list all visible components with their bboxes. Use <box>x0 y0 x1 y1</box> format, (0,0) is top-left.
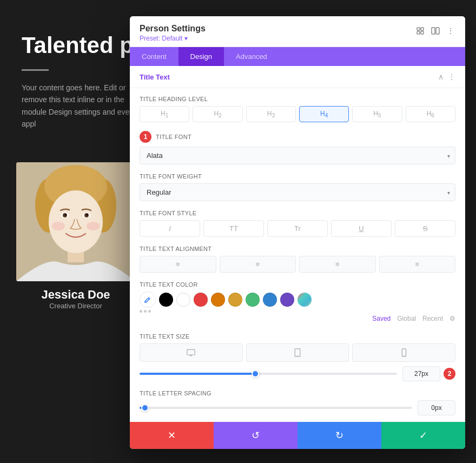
size-slider-thumb[interactable] <box>252 370 259 378</box>
size-slider-fill <box>140 373 255 375</box>
tab-design[interactable]: Design <box>178 47 224 66</box>
color-tab-saved[interactable]: Saved <box>372 315 391 322</box>
svg-rect-18 <box>417 31 420 34</box>
fullscreen-icon[interactable] <box>415 26 425 36</box>
align-buttons: ≡ ≡ ≡ ≡ <box>140 256 455 273</box>
color-black[interactable] <box>159 293 173 307</box>
bg-body-text: Your content goes here. Edit or remove t… <box>22 82 141 130</box>
svg-point-28 <box>297 355 298 356</box>
svg-rect-20 <box>432 28 435 34</box>
modal-title: Person Settings <box>140 24 206 34</box>
color-white[interactable] <box>176 293 190 307</box>
svg-rect-19 <box>421 31 424 34</box>
color-label: Title Text Color <box>140 281 455 288</box>
svg-point-7 <box>49 190 103 253</box>
style-strikethrough[interactable]: S <box>395 220 455 237</box>
alignment-row: Title Text Alignment ≡ ≡ ≡ ≡ <box>140 246 455 273</box>
size-slider-row: 2 <box>140 366 455 381</box>
person-role: Creative Director <box>16 302 135 310</box>
letter-spacing-row: Title Letter Spacing <box>140 390 455 415</box>
heading-h5[interactable]: H5 <box>352 106 402 122</box>
device-tablet[interactable] <box>246 343 349 362</box>
tab-content[interactable]: Content <box>130 47 178 66</box>
style-italic[interactable]: I <box>140 220 200 237</box>
font-style-label: Title Font Style <box>140 210 455 216</box>
color-gradient[interactable] <box>298 293 312 307</box>
undo-button[interactable]: ↺ <box>214 422 298 449</box>
section-title: Title Text <box>140 73 170 81</box>
modal: Person Settings Preset: Default ▾ ⋮ <box>130 16 465 449</box>
color-red[interactable] <box>194 293 208 307</box>
align-justify[interactable]: ≡ <box>379 256 456 273</box>
font-select-wrapper: Alata ▾ <box>140 147 455 164</box>
color-blue[interactable] <box>263 293 277 307</box>
heading-buttons: H1 H2 H3 H4 H5 H6 <box>140 106 455 122</box>
bg-divider <box>22 69 49 71</box>
font-weight-label: Title Font Weight <box>140 173 455 180</box>
align-right[interactable]: ≡ <box>299 256 376 273</box>
save-button[interactable]: ✓ <box>381 422 465 449</box>
size-value-wrapper: 2 <box>402 366 455 381</box>
svg-rect-16 <box>417 28 420 30</box>
modal-footer: ✕ ↺ ↻ ✓ <box>130 422 465 449</box>
svg-point-30 <box>404 355 404 356</box>
color-swatches <box>140 292 455 308</box>
text-size-label: Title Text Size <box>140 333 455 340</box>
heading-h1[interactable]: H1 <box>140 106 189 122</box>
font-row: 1 Title Font Alata ▾ <box>140 131 455 164</box>
color-orange[interactable] <box>211 293 225 307</box>
heading-level-row: Title Heading Level H1 H2 H3 H4 H5 H6 <box>140 96 455 122</box>
size-value-input[interactable] <box>402 366 440 381</box>
heading-level-label: Title Heading Level <box>140 96 455 102</box>
person-card: Jessica Doe Creative Director <box>16 162 135 310</box>
modal-tabs: Content Design Advanced <box>130 47 465 66</box>
svg-rect-21 <box>436 28 439 34</box>
section-actions: ∧ ⋮ <box>438 72 455 81</box>
color-tab-global[interactable]: Global <box>397 315 416 322</box>
color-purple[interactable] <box>280 293 294 307</box>
step-2-badge: 2 <box>444 368 455 380</box>
heading-h3[interactable]: H3 <box>246 106 296 122</box>
color-row: Title Text Color <box>140 281 455 325</box>
size-slider-track[interactable] <box>140 373 397 375</box>
color-settings-icon[interactable]: ⚙ <box>449 315 455 322</box>
font-weight-row: Title Font Weight Regular ▾ <box>140 173 455 201</box>
more-icon[interactable]: ⋮ <box>446 26 455 36</box>
heading-h6[interactable]: H6 <box>406 106 455 122</box>
person-name: Jessica Doe <box>16 288 135 302</box>
device-mobile[interactable] <box>352 343 455 362</box>
align-center[interactable]: ≡ <box>220 256 296 273</box>
cancel-button[interactable]: ✕ <box>130 422 214 449</box>
svg-point-13 <box>87 214 88 216</box>
color-green[interactable] <box>246 293 260 307</box>
heading-h2[interactable]: H2 <box>193 106 242 122</box>
section-more-icon[interactable]: ⋮ <box>448 72 455 81</box>
text-size-row: Title Text Size <box>140 333 455 381</box>
letter-spacing-thumb[interactable] <box>141 404 149 412</box>
svg-point-14 <box>52 222 65 230</box>
color-tab-recent[interactable]: Recent <box>422 315 443 322</box>
font-select[interactable]: Alata <box>140 147 455 164</box>
color-yellow[interactable] <box>228 293 242 307</box>
modal-header-icons: ⋮ <box>415 24 455 36</box>
style-buttons: I TT Tr U S <box>140 220 455 237</box>
person-photo <box>16 162 135 281</box>
font-weight-select[interactable]: Regular <box>140 183 455 201</box>
svg-rect-17 <box>421 28 424 30</box>
heading-h4[interactable]: H4 <box>299 106 349 122</box>
letter-spacing-label: Title Letter Spacing <box>140 390 455 396</box>
columns-icon[interactable] <box>431 26 440 36</box>
device-desktop[interactable] <box>140 343 243 362</box>
modal-preset[interactable]: Preset: Default ▾ <box>140 35 206 42</box>
style-uppercase[interactable]: TT <box>203 220 264 237</box>
align-left[interactable]: ≡ <box>140 256 216 273</box>
tab-advanced[interactable]: Advanced <box>224 47 279 66</box>
color-picker-button[interactable] <box>140 292 156 308</box>
style-capitalize[interactable]: Tr <box>267 220 328 237</box>
style-underline[interactable]: U <box>331 220 392 237</box>
letter-spacing-track[interactable] <box>140 407 412 409</box>
letter-spacing-input[interactable] <box>418 400 455 415</box>
svg-rect-24 <box>187 350 195 355</box>
redo-button[interactable]: ↻ <box>298 422 381 449</box>
collapse-icon[interactable]: ∧ <box>438 72 444 81</box>
